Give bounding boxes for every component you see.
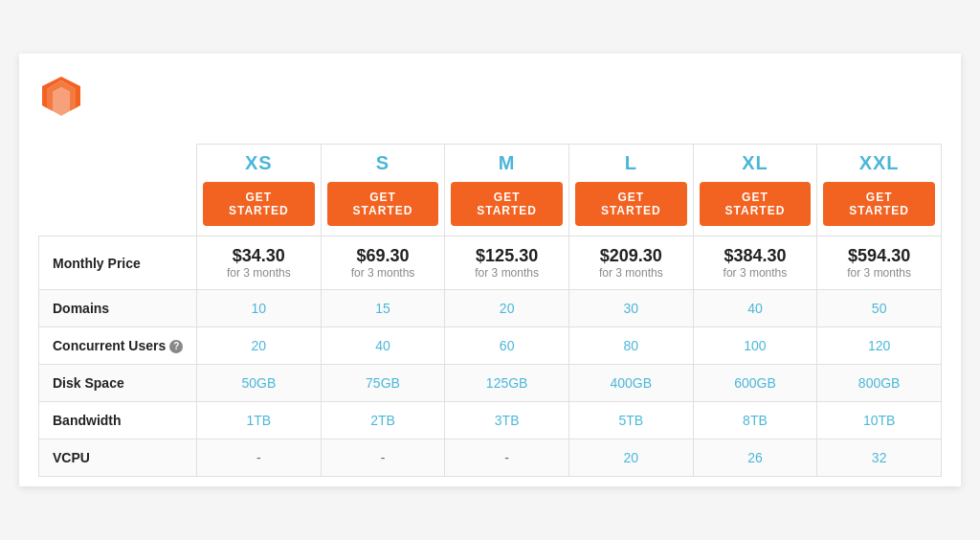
row-label-1: Domains [39,290,197,327]
plan-name-xs: XS [203,152,315,174]
plan-name-s: S [327,152,439,174]
cell-r0-c3: $209.30 for 3 months [568,236,693,290]
cell-value: 40 [747,301,763,316]
cell-value: 32 [872,450,887,465]
cell-value: 60 [500,338,515,353]
main-container: XS GET STARTED S GET STARTED M GET START… [19,54,961,486]
table-row: Bandwidth1TB2TB3TB5TB8TB10TB [39,402,942,439]
row-label-0: Monthly Price [39,236,197,290]
price-main: $69.30 [329,246,437,266]
row-label-text: Monthly Price [53,256,141,271]
info-icon[interactable]: ? [169,340,183,353]
row-label-5: VCPU [39,439,197,477]
cell-value: 800GB [858,375,901,391]
plan-header-l: L GET STARTED [568,145,693,236]
price-main: $34.30 [205,246,313,266]
table-row: Disk Space50GB75GB125GB400GB600GB800GB [39,365,942,402]
cell-value: 50GB [241,375,276,391]
cell-value: 5TB [618,413,643,428]
cell-r3-c3: 400GB [568,365,693,402]
plan-header-s: S GET STARTED [321,145,445,236]
cell-r4-c5: 10TB [817,402,942,439]
cell-r5-c5: 32 [817,439,942,477]
table-row: VCPU---202632 [39,439,942,477]
cell-r2-c0: 20 [197,327,322,365]
cell-r1-c3: 30 [568,290,693,327]
cell-value: 1TB [246,413,271,428]
price-main: $125.30 [453,246,561,266]
get-started-button-xl[interactable]: GET STARTED [700,182,812,226]
plan-header-xxl: XXL GET STARTED [817,145,942,236]
cell-r4-c4: 8TB [693,402,817,439]
cell-value: 30 [624,301,639,316]
cell-r1-c2: 20 [445,290,569,327]
table-row: Concurrent Users?20406080100120 [39,327,942,365]
cell-r5-c0: - [197,439,322,477]
row-label-text: Domains [53,301,109,316]
cell-value: 3TB [495,413,520,428]
get-started-button-s[interactable]: GET STARTED [327,182,439,226]
cell-r5-c2: - [445,439,569,477]
price-sub: for 3 months [453,266,561,280]
plan-name-xl: XL [700,152,812,174]
cell-value: 400GB [611,375,653,391]
cell-r3-c5: 800GB [817,365,942,402]
cell-r2-c4: 100 [693,327,817,365]
row-label-text: VCPU [53,450,90,465]
cell-r2-c1: 40 [321,327,445,365]
price-sub: for 3 months [205,266,313,280]
get-started-button-xs[interactable]: GET STARTED [203,182,315,226]
cell-value: 80 [624,338,639,353]
row-label-3: Disk Space [39,365,197,402]
price-sub: for 3 months [329,266,437,280]
price-sub: for 3 months [577,266,685,280]
cell-r2-c3: 80 [568,327,693,365]
get-started-button-m[interactable]: GET STARTED [451,182,563,226]
price-sub: for 3 months [702,266,810,280]
cell-r0-c0: $34.30 for 3 months [197,236,322,290]
cell-value: 10 [252,301,267,316]
cell-r3-c4: 600GB [693,365,817,402]
cell-value: 600GB [734,375,776,391]
cell-value: 125GB [486,375,528,391]
cell-r3-c2: 125GB [445,365,569,402]
cell-r1-c4: 40 [693,290,817,327]
cell-value: 2TB [370,413,395,428]
cell-r1-c0: 10 [197,290,322,327]
plan-name-l: L [575,152,687,174]
cell-value: 100 [744,338,766,353]
cell-r1-c5: 50 [817,290,942,327]
cell-value: 20 [500,301,515,316]
price-sub: for 3 months [825,266,933,280]
header [38,73,942,128]
get-started-button-l[interactable]: GET STARTED [575,182,687,226]
cell-r0-c1: $69.30 for 3 months [321,236,445,290]
cell-r3-c0: 50GB [197,365,322,402]
cell-r5-c1: - [321,439,445,477]
cell-r3-c1: 75GB [321,365,445,402]
cell-r0-c2: $125.30 for 3 months [445,236,569,290]
row-label-text: Bandwidth [53,413,122,428]
magento-logo-icon [38,73,84,119]
cell-dash: - [504,450,509,465]
cell-dash: - [381,450,386,465]
price-main: $209.30 [577,246,685,266]
cell-value: 8TB [743,413,768,428]
plan-header-row: XS GET STARTED S GET STARTED M GET START… [39,145,942,236]
cell-r2-c2: 60 [445,327,569,365]
cell-value: 15 [375,301,390,316]
cell-r0-c5: $594.30 for 3 months [817,236,942,290]
cell-r4-c1: 2TB [321,402,445,439]
pricing-table: XS GET STARTED S GET STARTED M GET START… [38,144,942,477]
empty-header-cell [39,145,197,236]
plan-header-xl: XL GET STARTED [693,145,817,236]
table-row: Domains101520304050 [39,290,942,327]
table-row: Monthly Price $34.30 for 3 months $69.30… [39,236,942,290]
get-started-button-xxl[interactable]: GET STARTED [823,182,935,226]
row-label-text: Concurrent Users [53,338,166,353]
cell-value: 20 [624,450,639,465]
cell-r4-c3: 5TB [568,402,693,439]
cell-value: 120 [868,338,890,353]
cell-dash: - [256,450,261,465]
plan-name-xxl: XXL [823,152,935,174]
